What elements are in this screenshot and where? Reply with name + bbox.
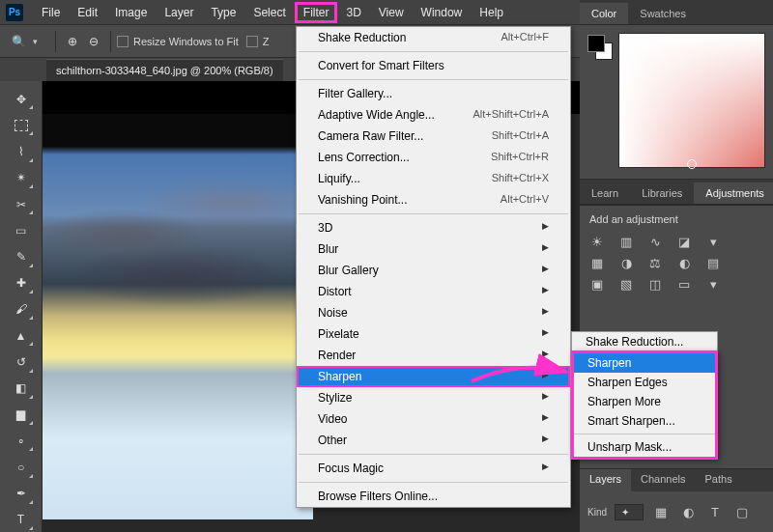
move-tool[interactable]: ✥ [8, 87, 35, 111]
tab-color[interactable]: Color [580, 3, 628, 24]
filter-adjust-icon[interactable]: ◐ [678, 503, 698, 520]
menu-shortcut: Alt+Ctrl+F [501, 31, 549, 44]
filter-focus-magic[interactable]: Focus Magic [297, 458, 570, 479]
tab-libraries[interactable]: Libraries [630, 182, 694, 204]
menu-layer[interactable]: Layer [156, 2, 202, 23]
blur-tool[interactable]: ∘ [8, 429, 35, 453]
menu-type[interactable]: Type [202, 2, 244, 23]
bw-icon[interactable]: ◐ [674, 254, 694, 271]
levels-icon[interactable]: ▥ [616, 233, 636, 250]
caret-icon[interactable]: ▾ [703, 233, 723, 250]
document-tab[interactable]: schilthorn-3033448_640.jpg @ 200% (RGB/8… [46, 59, 283, 81]
menu-edit[interactable]: Edit [69, 2, 106, 23]
menu-select[interactable]: Select [244, 2, 294, 23]
resize-windows-checkbox[interactable]: Resize Windows to Fit [117, 36, 239, 47]
kind-select[interactable]: ✦ [615, 504, 644, 520]
filter-blur[interactable]: Blur [297, 238, 570, 260]
sharpen-edges[interactable]: Sharpen Edges [574, 373, 715, 392]
invert-icon[interactable]: ▣ [587, 275, 607, 293]
zoom-all-checkbox[interactable]: Z [246, 36, 270, 47]
brightness-icon[interactable]: ☀ [587, 233, 607, 250]
sharpen-shake-reduction[interactable]: Shake Reduction... [572, 332, 717, 351]
tab-channels[interactable]: Channels [631, 469, 695, 491]
menu-file[interactable]: File [33, 2, 69, 23]
filter-lens-correction[interactable]: Lens Correction...Shift+Ctrl+R [297, 147, 570, 168]
menu-image[interactable]: Image [106, 2, 156, 23]
balance-icon[interactable]: ⚖ [645, 254, 665, 271]
zoom-out-icon[interactable]: ⊖ [83, 31, 104, 52]
eyedropper-tool[interactable]: ✎ [8, 244, 35, 268]
filter-render[interactable]: Render [297, 345, 570, 366]
filter-type-icon[interactable]: T [705, 503, 725, 520]
wand-tool[interactable]: ✴ [8, 166, 35, 190]
sharpen-smart[interactable]: Smart Sharpen... [574, 411, 715, 431]
color-swatches[interactable] [587, 35, 613, 60]
filter-browse-online[interactable]: Browse Filters Online... [297, 486, 570, 507]
sharpen-unsharp-mask[interactable]: Unsharp Mask... [574, 437, 715, 457]
filter-gallery[interactable]: Filter Gallery... [297, 83, 570, 104]
menu-3d[interactable]: 3D [337, 2, 369, 23]
type-tool[interactable]: T [8, 508, 35, 532]
dropdown-caret-icon[interactable]: ▾ [33, 37, 38, 46]
frame-tool[interactable]: ▭ [8, 218, 35, 242]
menu-view[interactable]: View [370, 2, 413, 23]
lasso-tool[interactable]: ⌇ [8, 139, 35, 163]
menu-label: Liquify... [318, 172, 360, 185]
menu-separator [299, 51, 568, 52]
filter-liquify[interactable]: Liquify...Shift+Ctrl+X [297, 168, 570, 189]
caret-icon[interactable]: ▾ [703, 275, 723, 293]
tab-adjustments[interactable]: Adjustments [694, 182, 773, 204]
color-picker-field[interactable] [618, 33, 765, 168]
menu-filter[interactable]: Filter [295, 2, 338, 23]
filter-shape-icon[interactable]: ▢ [732, 503, 752, 520]
filter-pixel-icon[interactable]: ▦ [651, 503, 671, 520]
vibrance-icon[interactable]: ▦ [587, 254, 607, 271]
history-brush-tool[interactable]: ↺ [8, 350, 35, 374]
filter-distort[interactable]: Distort [297, 281, 570, 302]
foreground-swatch[interactable] [587, 35, 605, 52]
filter-adaptive-wide-angle[interactable]: Adaptive Wide Angle...Alt+Shift+Ctrl+A [297, 104, 570, 126]
menu-window[interactable]: Window [413, 2, 472, 23]
hue-icon[interactable]: ◑ [616, 254, 636, 271]
curves-icon[interactable]: ∿ [645, 233, 665, 250]
marquee-tool[interactable] [8, 113, 35, 137]
dodge-tool[interactable]: ○ [8, 455, 35, 479]
threshold-icon[interactable]: ◫ [645, 275, 665, 293]
sharpen-sharpen[interactable]: Sharpen [574, 353, 715, 373]
menu-label: Filter Gallery... [318, 87, 392, 100]
tab-swatches[interactable]: Swatches [628, 3, 698, 24]
filter-pixelate[interactable]: Pixelate [297, 323, 570, 345]
sharpen-more[interactable]: Sharpen More [574, 392, 715, 411]
tab-layers[interactable]: Layers [580, 469, 631, 491]
eraser-tool[interactable]: ◧ [8, 377, 35, 401]
crop-tool[interactable]: ✂ [8, 192, 35, 216]
brush-tool[interactable]: 🖌 [8, 297, 35, 322]
exposure-icon[interactable]: ◪ [674, 233, 694, 250]
tools-panel: ✥ ⌇ ✴ ✂ ▭ ✎ ✚ 🖌 ▲ ↺ ◧ ▆ ∘ ○ ✒ T [0, 81, 43, 532]
gradient-map-icon[interactable]: ▭ [674, 275, 694, 293]
filter-camera-raw[interactable]: Camera Raw Filter...Shift+Ctrl+A [297, 126, 570, 147]
filter-blur-gallery[interactable]: Blur Gallery [297, 260, 570, 281]
filter-convert-smart[interactable]: Convert for Smart Filters [297, 55, 570, 76]
heal-tool[interactable]: ✚ [8, 271, 35, 295]
menu-label: Sharpen More [587, 395, 661, 408]
filter-noise[interactable]: Noise [297, 302, 570, 323]
tab-learn[interactable]: Learn [580, 182, 630, 204]
grid-icon[interactable]: ▤ [703, 254, 723, 271]
poster-icon[interactable]: ▧ [616, 275, 636, 293]
pen-tool[interactable]: ✒ [8, 482, 35, 506]
stamp-tool[interactable]: ▲ [8, 323, 35, 348]
tab-paths[interactable]: Paths [696, 469, 742, 491]
filter-other[interactable]: Other [297, 430, 570, 451]
gradient-tool[interactable]: ▆ [8, 403, 35, 427]
menu-help[interactable]: Help [471, 2, 512, 23]
filter-3d[interactable]: 3D [297, 217, 570, 238]
menu-shortcut: Shift+Ctrl+A [492, 129, 549, 143]
zoom-in-icon[interactable]: ⊕ [62, 31, 83, 52]
filter-last-used[interactable]: Shake Reduction Alt+Ctrl+F [297, 27, 570, 48]
filter-vanishing-point[interactable]: Vanishing Point...Alt+Ctrl+V [297, 189, 570, 210]
zoom-tool-icon[interactable]: 🔍 [8, 31, 29, 52]
filter-video[interactable]: Video [297, 408, 570, 430]
layers-panel: Kind ✦ ▦ ◐ T ▢ [580, 491, 773, 532]
menu-label: Video [318, 412, 347, 426]
